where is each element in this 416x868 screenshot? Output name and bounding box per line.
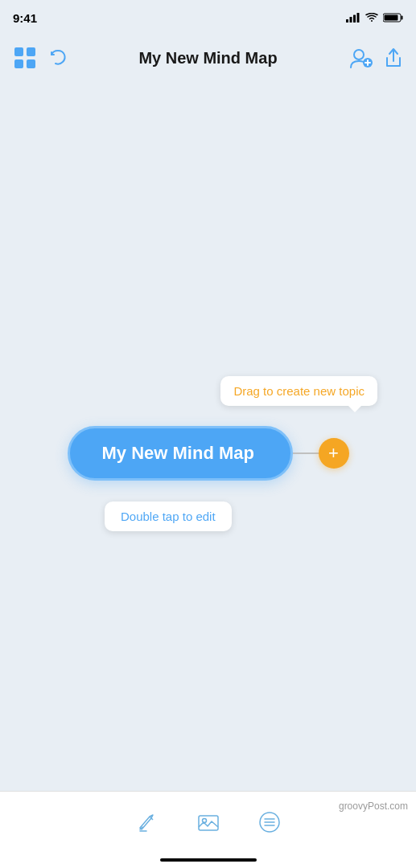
image-tool-button[interactable] (192, 806, 224, 838)
svg-rect-3 (357, 13, 360, 23)
nav-bar: My New Mind Map (0, 35, 416, 80)
share-icon (384, 47, 403, 69)
signal-icon (346, 13, 360, 23)
undo-icon (48, 48, 68, 68)
menu-tool-button[interactable] (253, 806, 286, 838)
page-title: My New Mind Map (138, 49, 277, 68)
edit-tooltip: Double tap to edit (105, 502, 232, 531)
undo-button[interactable] (48, 48, 68, 68)
svg-rect-5 (402, 16, 403, 20)
mind-map-node[interactable]: My New Mind Map (68, 426, 293, 481)
nav-left (13, 46, 68, 70)
mind-map-node-container: My New Mind Map + (68, 426, 349, 481)
canvas-area: Drag to create new topic My New Mind Map… (0, 80, 416, 804)
node-text: My New Mind Map (102, 443, 254, 463)
svg-rect-2 (353, 15, 356, 23)
grid-menu-button[interactable] (13, 46, 37, 70)
image-icon (196, 810, 220, 834)
drag-tooltip: Drag to create new topic (220, 376, 377, 406)
svg-rect-9 (14, 59, 23, 68)
connector-line (293, 452, 319, 454)
share-button[interactable] (384, 47, 403, 69)
svg-point-11 (354, 50, 364, 59)
status-icons (346, 13, 403, 23)
plus-icon: + (328, 444, 339, 462)
home-indicator (160, 858, 257, 862)
svg-rect-10 (27, 59, 35, 68)
nav-right (348, 47, 403, 69)
svg-rect-1 (350, 17, 352, 23)
add-user-icon (348, 47, 373, 69)
svg-rect-0 (346, 19, 348, 23)
status-time: 9:41 (13, 11, 37, 25)
grid-icon (13, 46, 37, 70)
add-topic-button[interactable]: + (319, 438, 349, 469)
svg-rect-6 (385, 15, 398, 21)
menu-icon (257, 810, 282, 834)
pen-tool-button[interactable] (131, 806, 163, 838)
watermark: groovyPost.com (339, 800, 408, 812)
svg-rect-8 (27, 47, 35, 56)
wifi-icon (365, 13, 378, 23)
pen-icon (135, 810, 159, 834)
svg-rect-7 (14, 47, 23, 56)
add-user-button[interactable] (348, 47, 373, 69)
status-bar: 9:41 (0, 0, 416, 35)
battery-icon (383, 13, 403, 23)
svg-rect-16 (199, 816, 218, 830)
